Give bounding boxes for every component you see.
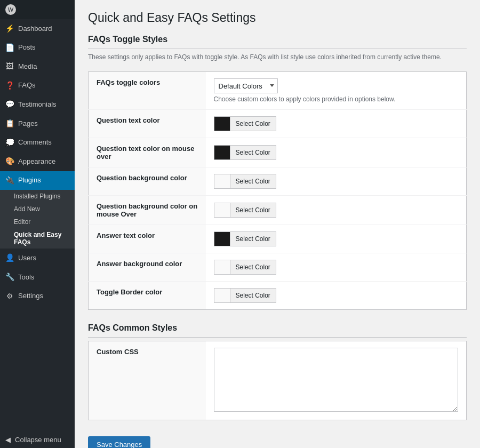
sidebar-item-users[interactable]: 👤 Users (0, 249, 75, 268)
select-color-btn-answer-text[interactable]: Select Color (230, 231, 276, 246)
sidebar-item-label: Settings (18, 291, 43, 301)
select-color-btn-question-bg-hover[interactable]: Select Color (230, 203, 276, 218)
select-color-btn-answer-bg[interactable]: Select Color (230, 260, 276, 275)
table-row: Answer text color Select Color (89, 225, 467, 253)
users-icon: 👤 (5, 253, 14, 263)
testimonials-icon: 💬 (5, 99, 14, 110)
toggle-colors-label: FAQs toggle colors (89, 72, 206, 110)
sidebar-item-settings[interactable]: ⚙ Settings (0, 287, 75, 306)
submenu-editor[interactable]: Editor (0, 215, 75, 228)
table-row: Question text color Select Color (89, 110, 467, 138)
row-cell-question-text-color: Select Color (206, 110, 467, 138)
toggle-colors-cell: Default Colors Custom Colors Choose cust… (206, 72, 467, 110)
submenu-installed-plugins[interactable]: Installed Plugins (0, 190, 75, 203)
plugins-icon: 🔌 (5, 175, 14, 186)
row-label-question-text-color: Question text color (89, 110, 206, 138)
custom-css-cell (206, 341, 467, 420)
dashboard-icon: ⚡ (5, 23, 14, 34)
table-row: Question text color on mouse over Select… (89, 138, 467, 167)
color-swatch-question-text-hover[interactable] (214, 145, 230, 160)
sidebar-item-label: Tools (18, 273, 34, 282)
common-styles-table: Custom CSS (88, 341, 467, 420)
row-label-answer-text-color: Answer text color (89, 225, 206, 253)
color-row-toggle-border: Select Color (214, 288, 459, 303)
sidebar-item-media[interactable]: 🖼 Media (0, 57, 75, 76)
toggle-section-title: FAQs Toggle Styles (88, 35, 467, 49)
color-row-answer-text: Select Color (214, 231, 459, 246)
toggle-colors-row: FAQs toggle colors Default Colors Custom… (89, 72, 467, 110)
save-changes-button[interactable]: Save Changes (88, 436, 150, 448)
row-label-question-bg-color: Question background color (89, 167, 206, 196)
sidebar-logo: W (0, 0, 75, 19)
toggle-section-desc: These settings only applies to FAQs with… (88, 52, 467, 62)
row-label-question-bg-hover: Question background color on mouse Over (89, 196, 206, 225)
toggle-colors-hint: Choose custom colors to apply colors pro… (214, 95, 459, 103)
sidebar-item-plugins[interactable]: 🔌 Plugins (0, 171, 75, 190)
select-color-btn-question-bg[interactable]: Select Color (230, 174, 276, 189)
sidebar-item-tools[interactable]: 🔧 Tools (0, 268, 75, 287)
sidebar-item-label: Dashboard (18, 24, 52, 34)
color-swatch-question-text[interactable] (214, 116, 230, 131)
row-label-toggle-border-color: Toggle Border color (89, 282, 206, 310)
sidebar-item-posts[interactable]: 📄 Posts (0, 38, 75, 58)
toggle-settings-table: FAQs toggle colors Default Colors Custom… (88, 71, 467, 310)
color-row-question-text-hover: Select Color (214, 145, 459, 160)
submenu-quick-easy-faqs[interactable]: Quick and Easy FAQs (0, 228, 75, 249)
row-cell-answer-bg-color: Select Color (206, 253, 467, 282)
sidebar-item-pages[interactable]: 📋 Pages (0, 114, 75, 133)
color-row-answer-bg: Select Color (214, 260, 459, 275)
comments-icon: 💭 (5, 138, 14, 148)
sidebar-item-label: FAQs (18, 81, 36, 90)
color-swatch-question-bg[interactable] (214, 174, 230, 189)
toggle-styles-section: FAQs Toggle Styles These settings only a… (88, 35, 467, 310)
color-swatch-answer-text[interactable] (214, 231, 230, 246)
faqs-icon: ❓ (5, 81, 14, 91)
row-cell-question-text-hover: Select Color (206, 138, 467, 167)
color-row-question-bg: Select Color (214, 174, 459, 189)
custom-css-textarea[interactable] (214, 348, 459, 412)
row-cell-toggle-border-color: Select Color (206, 282, 467, 310)
color-swatch-answer-bg[interactable] (214, 260, 230, 275)
select-color-btn-question-text[interactable]: Select Color (230, 116, 276, 131)
sidebar-item-label: Media (18, 62, 37, 71)
color-swatch-toggle-border[interactable] (214, 288, 230, 303)
sidebar-item-label: Testimonials (18, 100, 57, 109)
common-styles-section: FAQs Common Styles Custom CSS (88, 323, 467, 420)
custom-css-row: Custom CSS (89, 341, 467, 420)
plugins-submenu: Installed Plugins Add New Editor Quick a… (0, 190, 75, 249)
sidebar-item-comments[interactable]: 💭 Comments (0, 133, 75, 153)
row-cell-question-bg-hover: Select Color (206, 196, 467, 225)
sidebar-item-appearance[interactable]: 🎨 Appearance (0, 152, 75, 171)
sidebar-item-label: Comments (18, 138, 52, 147)
main-content: Quick and Easy FAQs Settings FAQs Toggle… (75, 0, 480, 448)
settings-icon: ⚙ (5, 291, 14, 302)
sidebar-item-testimonials[interactable]: 💬 Testimonials (0, 95, 75, 114)
row-label-answer-bg-color: Answer background color (89, 253, 206, 282)
sidebar-item-label: Appearance (18, 157, 55, 166)
common-section-title: FAQs Common Styles (88, 323, 467, 338)
toggle-colors-dropdown-row: Default Colors Custom Colors (214, 78, 459, 93)
sidebar-item-faqs[interactable]: ❓ FAQs (0, 76, 75, 95)
select-color-btn-question-text-hover[interactable]: Select Color (230, 145, 276, 160)
sidebar-item-label: Posts (18, 43, 36, 52)
sidebar-item-label: Plugins (18, 175, 41, 185)
row-cell-answer-text-color: Select Color (206, 225, 467, 253)
page-title: Quick and Easy FAQs Settings (88, 11, 467, 25)
appearance-icon: 🎨 (5, 156, 14, 167)
submenu-add-new[interactable]: Add New (0, 203, 75, 215)
collapse-icon: ◀ (5, 436, 11, 444)
collapse-menu[interactable]: ◀ Collapse menu (0, 431, 75, 448)
table-row: Toggle Border color Select Color (89, 282, 467, 310)
pages-icon: 📋 (5, 118, 14, 129)
select-color-btn-toggle-border[interactable]: Select Color (230, 288, 276, 303)
media-icon: 🖼 (5, 61, 14, 72)
sidebar: W ⚡ Dashboard 📄 Posts 🖼 Media ❓ FAQs 💬 T… (0, 0, 75, 448)
row-cell-question-bg-color: Select Color (206, 167, 467, 196)
table-row: Question background color on mouse Over … (89, 196, 467, 225)
row-label-question-text-hover: Question text color on mouse over (89, 138, 206, 167)
posts-icon: 📄 (5, 43, 14, 53)
color-swatch-question-bg-hover[interactable] (214, 203, 230, 218)
table-row: Question background color Select Color (89, 167, 467, 196)
toggle-colors-select[interactable]: Default Colors Custom Colors (214, 78, 278, 93)
sidebar-item-dashboard[interactable]: ⚡ Dashboard (0, 19, 75, 38)
